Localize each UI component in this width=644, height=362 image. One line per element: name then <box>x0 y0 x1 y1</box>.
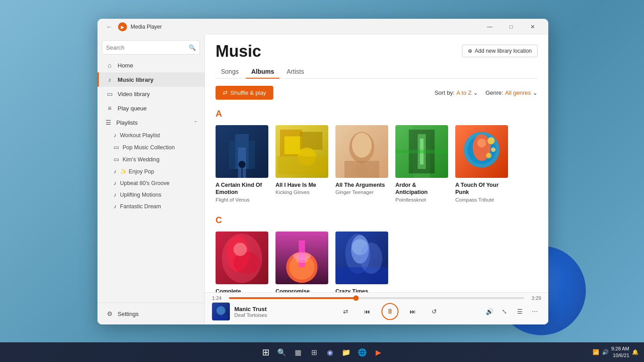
album-artist-3: Pointlessknot <box>395 197 448 202</box>
progress-knob[interactable] <box>353 295 359 301</box>
sort-button[interactable]: Sort by: A to Z ⌄ <box>435 89 479 96</box>
svg-point-4 <box>238 161 246 168</box>
track-name: Manic Trust <box>234 306 267 312</box>
sidebar-item-home[interactable]: ⌂ Home <box>97 58 204 72</box>
playlist-item-3[interactable]: ♪ ✨ Enjoy Pop <box>97 165 204 177</box>
taskbar-edge-button[interactable]: 🌐 <box>355 345 369 359</box>
sidebar-item-play-queue[interactable]: ≡ Play queue <box>97 101 204 115</box>
sort-value: A to Z <box>456 89 471 96</box>
track-artist: Deaf Tortoises <box>234 312 267 318</box>
taskbar-taskview-button[interactable]: ▦ <box>291 345 305 359</box>
taskbar-media-button[interactable]: ▶ <box>371 345 386 359</box>
back-button[interactable]: ← <box>103 21 115 33</box>
search-input[interactable] <box>106 44 189 51</box>
tab-songs[interactable]: Songs <box>216 65 244 79</box>
media-player-window: ← ▶ Media Player — □ ✕ 🔍 ⌂ Home ♪ Mu <box>97 19 548 324</box>
volume-icon[interactable]: 🔊 <box>483 305 496 318</box>
album-card-4[interactable]: A Touch Of Your Punk Compass Tribute <box>455 125 508 202</box>
album-card-3[interactable]: Ardor & Anticipation Pointlessknot <box>395 125 448 202</box>
album-art-3 <box>395 125 448 178</box>
album-card-0[interactable]: A Certain Kind Of Emotion Flight of Venu… <box>216 125 268 202</box>
genre-button[interactable]: Genre: All genres ⌄ <box>485 89 538 96</box>
album-card-5[interactable]: Complete Strangers Corbin Revival <box>216 232 268 293</box>
taskbar-clock[interactable]: 9:28 AM 10/6/21 <box>611 345 629 359</box>
add-library-icon: ⊕ <box>468 48 472 54</box>
album-art-4 <box>455 125 508 178</box>
playlists-section-header[interactable]: ☰ Playlists ⌃ <box>97 115 204 130</box>
play-pause-button[interactable]: ⏸ <box>381 303 398 320</box>
taskbar-search-button[interactable]: 🔍 <box>275 345 289 359</box>
tab-albums[interactable]: Albums <box>246 65 280 79</box>
sidebar-settings-label: Settings <box>118 311 139 317</box>
total-time: 3:29 <box>528 295 541 301</box>
playlist-item-0[interactable]: ♪ Workout Playlist <box>97 130 204 141</box>
taskbar-center: ⊞ 🔍 ▦ ⊞ ◉ 📁 🌐 ▶ <box>258 345 386 359</box>
shuffle-label: Shuffle & play <box>230 89 266 96</box>
page-title: Music <box>216 42 261 61</box>
taskbar-notification-icon[interactable]: 🔔 <box>632 349 639 355</box>
taskbar-teams-button[interactable]: ◉ <box>323 345 337 359</box>
search-box[interactable]: 🔍 <box>102 40 200 55</box>
sidebar-nav: ⌂ Home ♪ Music library ▭ Video library ≡… <box>97 58 204 303</box>
sidebar-item-video-library[interactable]: ▭ Video library <box>97 87 204 101</box>
album-title-7: Crazy Times <box>335 288 388 293</box>
content-scroll[interactable]: ⇄ Shuffle & play Sort by: A to Z ⌄ Genre… <box>205 79 548 292</box>
tab-artists[interactable]: Artists <box>281 65 309 79</box>
track-details: Manic Trust Deaf Tortoises <box>234 306 267 318</box>
taskbar-start-button[interactable]: ⊞ <box>258 345 273 359</box>
current-time: 1:24 <box>212 295 225 301</box>
album-title-0: A Certain Kind Of Emotion <box>216 181 268 196</box>
repeat-button[interactable]: ↺ <box>427 304 441 319</box>
album-title-2: All The Arguments <box>335 181 388 189</box>
album-artist-1: Kicking Gloves <box>275 189 328 195</box>
album-artist-0: Flight of Venus <box>216 197 268 202</box>
playlist-item-4[interactable]: ♪ Upbeat 80's Groove <box>97 177 204 189</box>
playlist-name-4: Upbeat 80's Groove <box>120 180 169 186</box>
tabs-container: Songs Albums Artists <box>216 65 538 79</box>
queue-button[interactable]: ☰ <box>513 305 526 318</box>
video-library-icon: ▭ <box>106 90 113 97</box>
progress-bar[interactable] <box>229 297 524 299</box>
sidebar-item-settings[interactable]: ⚙ Settings <box>97 307 204 321</box>
previous-button[interactable]: ⏮ <box>360 304 374 319</box>
album-artist-2: Ginger Teenager <box>335 189 388 195</box>
taskbar-widgets-button[interactable]: ⊞ <box>307 345 321 359</box>
section-a-header: A <box>216 109 538 119</box>
taskbar-explorer-button[interactable]: 📁 <box>339 345 353 359</box>
next-button[interactable]: ⏭ <box>406 304 420 319</box>
sidebar-item-music-library[interactable]: ♪ Music library <box>97 72 204 87</box>
app-body: 🔍 ⌂ Home ♪ Music library ▭ Video library… <box>97 35 548 324</box>
playlist-name-2: Kim's Wedding <box>123 156 160 163</box>
album-artist-4: Compass Tribute <box>455 197 508 202</box>
maximize-button[interactable]: □ <box>501 19 521 35</box>
add-library-button[interactable]: ⊕ Add new library location <box>462 45 538 57</box>
playlists-icon: ☰ <box>105 119 112 126</box>
more-options-button[interactable]: ⋯ <box>529 305 541 318</box>
miniplayer-button[interactable]: ⤡ <box>498 305 511 318</box>
svg-rect-11 <box>278 156 326 174</box>
sidebar: 🔍 ⌂ Home ♪ Music library ▭ Video library… <box>97 35 205 324</box>
playlist-item-1[interactable]: ▭ Pop Music Collection <box>97 141 204 153</box>
album-card-7[interactable]: Crazy Times Saving Gabrielle <box>335 232 388 293</box>
album-card-1[interactable]: All I Have Is Me Kicking Gloves <box>275 125 328 202</box>
playlist-icon-3: ♪ <box>114 168 116 175</box>
title-bar: ← ▶ Media Player — □ ✕ <box>97 19 548 35</box>
playlist-music-icon-0: ♪ <box>114 132 116 139</box>
playlist-icon-6: ♪ <box>114 203 116 210</box>
close-button[interactable]: ✕ <box>522 19 543 35</box>
album-card-6[interactable]: Compromise Moves Fast Pete Brown <box>275 232 328 293</box>
album-card-2[interactable]: All The Arguments Ginger Teenager <box>335 125 388 202</box>
album-art-2 <box>335 125 388 178</box>
minimize-button[interactable]: — <box>479 19 500 35</box>
shuffle-button[interactable]: ⇄ <box>339 304 353 319</box>
svg-point-41 <box>296 258 308 263</box>
playlist-item-6[interactable]: ♪ Fantastic Dream <box>97 201 204 212</box>
svg-point-35 <box>233 243 247 256</box>
shuffle-play-button[interactable]: ⇄ Shuffle & play <box>216 86 273 100</box>
svg-rect-9 <box>300 132 322 150</box>
home-icon: ⌂ <box>106 62 113 69</box>
playlist-item-5[interactable]: ♪ Uplifting Motions <box>97 189 204 201</box>
playlist-item-2[interactable]: ▭ Kim's Wedding <box>97 153 204 165</box>
svg-point-49 <box>216 306 225 315</box>
track-album-art <box>212 303 230 320</box>
